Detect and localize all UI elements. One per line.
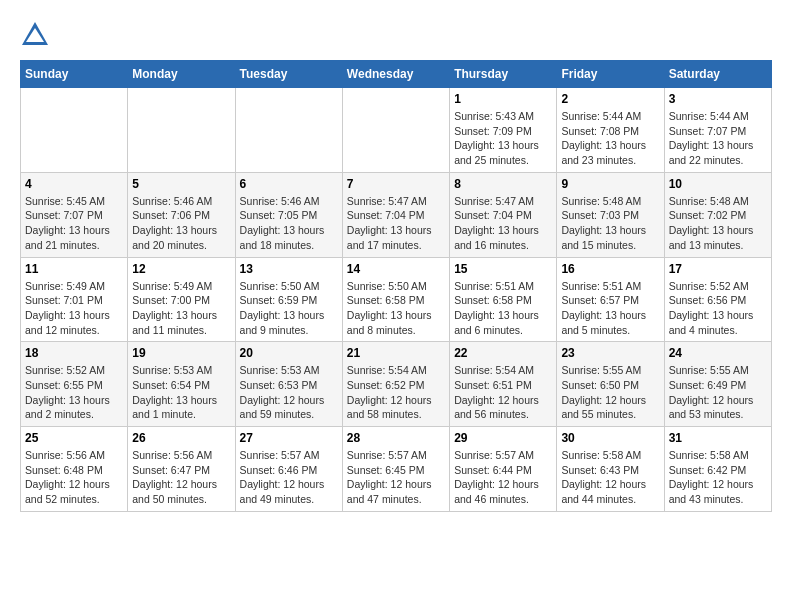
day-cell: 19Sunrise: 5:53 AMSunset: 6:54 PMDayligh… <box>128 342 235 427</box>
day-cell: 22Sunrise: 5:54 AMSunset: 6:51 PMDayligh… <box>450 342 557 427</box>
day-number: 29 <box>454 431 552 445</box>
day-number: 9 <box>561 177 659 191</box>
day-cell: 14Sunrise: 5:50 AMSunset: 6:58 PMDayligh… <box>342 257 449 342</box>
logo <box>20 20 52 50</box>
day-number: 23 <box>561 346 659 360</box>
day-number: 27 <box>240 431 338 445</box>
weekday-header-monday: Monday <box>128 61 235 88</box>
day-number: 6 <box>240 177 338 191</box>
weekday-header-sunday: Sunday <box>21 61 128 88</box>
day-cell: 12Sunrise: 5:49 AMSunset: 7:00 PMDayligh… <box>128 257 235 342</box>
day-cell: 28Sunrise: 5:57 AMSunset: 6:45 PMDayligh… <box>342 427 449 512</box>
day-info: Sunrise: 5:55 AMSunset: 6:49 PMDaylight:… <box>669 363 767 422</box>
day-number: 5 <box>132 177 230 191</box>
week-row-1: 1Sunrise: 5:43 AMSunset: 7:09 PMDaylight… <box>21 88 772 173</box>
day-cell: 8Sunrise: 5:47 AMSunset: 7:04 PMDaylight… <box>450 172 557 257</box>
day-info: Sunrise: 5:46 AMSunset: 7:05 PMDaylight:… <box>240 194 338 253</box>
day-info: Sunrise: 5:44 AMSunset: 7:08 PMDaylight:… <box>561 109 659 168</box>
day-cell: 11Sunrise: 5:49 AMSunset: 7:01 PMDayligh… <box>21 257 128 342</box>
day-info: Sunrise: 5:44 AMSunset: 7:07 PMDaylight:… <box>669 109 767 168</box>
day-number: 19 <box>132 346 230 360</box>
day-number: 22 <box>454 346 552 360</box>
day-number: 24 <box>669 346 767 360</box>
day-cell: 18Sunrise: 5:52 AMSunset: 6:55 PMDayligh… <box>21 342 128 427</box>
day-number: 10 <box>669 177 767 191</box>
day-info: Sunrise: 5:50 AMSunset: 6:59 PMDaylight:… <box>240 279 338 338</box>
day-cell: 15Sunrise: 5:51 AMSunset: 6:58 PMDayligh… <box>450 257 557 342</box>
week-row-4: 18Sunrise: 5:52 AMSunset: 6:55 PMDayligh… <box>21 342 772 427</box>
weekday-header-wednesday: Wednesday <box>342 61 449 88</box>
day-cell: 5Sunrise: 5:46 AMSunset: 7:06 PMDaylight… <box>128 172 235 257</box>
day-cell: 1Sunrise: 5:43 AMSunset: 7:09 PMDaylight… <box>450 88 557 173</box>
day-number: 25 <box>25 431 123 445</box>
weekday-header-friday: Friday <box>557 61 664 88</box>
day-number: 21 <box>347 346 445 360</box>
calendar-table: SundayMondayTuesdayWednesdayThursdayFrid… <box>20 60 772 512</box>
day-cell <box>342 88 449 173</box>
day-info: Sunrise: 5:57 AMSunset: 6:44 PMDaylight:… <box>454 448 552 507</box>
day-number: 11 <box>25 262 123 276</box>
day-info: Sunrise: 5:50 AMSunset: 6:58 PMDaylight:… <box>347 279 445 338</box>
day-cell: 21Sunrise: 5:54 AMSunset: 6:52 PMDayligh… <box>342 342 449 427</box>
day-cell: 7Sunrise: 5:47 AMSunset: 7:04 PMDaylight… <box>342 172 449 257</box>
day-cell: 26Sunrise: 5:56 AMSunset: 6:47 PMDayligh… <box>128 427 235 512</box>
day-info: Sunrise: 5:52 AMSunset: 6:56 PMDaylight:… <box>669 279 767 338</box>
day-number: 16 <box>561 262 659 276</box>
weekday-header-row: SundayMondayTuesdayWednesdayThursdayFrid… <box>21 61 772 88</box>
day-cell: 23Sunrise: 5:55 AMSunset: 6:50 PMDayligh… <box>557 342 664 427</box>
day-cell: 16Sunrise: 5:51 AMSunset: 6:57 PMDayligh… <box>557 257 664 342</box>
day-info: Sunrise: 5:54 AMSunset: 6:51 PMDaylight:… <box>454 363 552 422</box>
weekday-header-tuesday: Tuesday <box>235 61 342 88</box>
day-number: 15 <box>454 262 552 276</box>
day-cell <box>235 88 342 173</box>
day-number: 20 <box>240 346 338 360</box>
weekday-header-thursday: Thursday <box>450 61 557 88</box>
week-row-2: 4Sunrise: 5:45 AMSunset: 7:07 PMDaylight… <box>21 172 772 257</box>
day-cell: 10Sunrise: 5:48 AMSunset: 7:02 PMDayligh… <box>664 172 771 257</box>
day-cell: 2Sunrise: 5:44 AMSunset: 7:08 PMDaylight… <box>557 88 664 173</box>
day-info: Sunrise: 5:48 AMSunset: 7:03 PMDaylight:… <box>561 194 659 253</box>
weekday-header-saturday: Saturday <box>664 61 771 88</box>
day-cell: 30Sunrise: 5:58 AMSunset: 6:43 PMDayligh… <box>557 427 664 512</box>
day-info: Sunrise: 5:52 AMSunset: 6:55 PMDaylight:… <box>25 363 123 422</box>
day-cell: 27Sunrise: 5:57 AMSunset: 6:46 PMDayligh… <box>235 427 342 512</box>
day-info: Sunrise: 5:53 AMSunset: 6:53 PMDaylight:… <box>240 363 338 422</box>
day-cell: 20Sunrise: 5:53 AMSunset: 6:53 PMDayligh… <box>235 342 342 427</box>
day-info: Sunrise: 5:54 AMSunset: 6:52 PMDaylight:… <box>347 363 445 422</box>
day-number: 4 <box>25 177 123 191</box>
page-header <box>20 20 772 50</box>
day-info: Sunrise: 5:45 AMSunset: 7:07 PMDaylight:… <box>25 194 123 253</box>
day-info: Sunrise: 5:46 AMSunset: 7:06 PMDaylight:… <box>132 194 230 253</box>
day-number: 1 <box>454 92 552 106</box>
day-cell: 3Sunrise: 5:44 AMSunset: 7:07 PMDaylight… <box>664 88 771 173</box>
day-number: 7 <box>347 177 445 191</box>
day-info: Sunrise: 5:51 AMSunset: 6:58 PMDaylight:… <box>454 279 552 338</box>
day-number: 31 <box>669 431 767 445</box>
day-info: Sunrise: 5:58 AMSunset: 6:42 PMDaylight:… <box>669 448 767 507</box>
day-info: Sunrise: 5:51 AMSunset: 6:57 PMDaylight:… <box>561 279 659 338</box>
week-row-3: 11Sunrise: 5:49 AMSunset: 7:01 PMDayligh… <box>21 257 772 342</box>
day-info: Sunrise: 5:56 AMSunset: 6:48 PMDaylight:… <box>25 448 123 507</box>
day-number: 18 <box>25 346 123 360</box>
day-cell: 4Sunrise: 5:45 AMSunset: 7:07 PMDaylight… <box>21 172 128 257</box>
day-number: 3 <box>669 92 767 106</box>
day-number: 12 <box>132 262 230 276</box>
day-info: Sunrise: 5:49 AMSunset: 7:01 PMDaylight:… <box>25 279 123 338</box>
day-info: Sunrise: 5:47 AMSunset: 7:04 PMDaylight:… <box>454 194 552 253</box>
day-info: Sunrise: 5:55 AMSunset: 6:50 PMDaylight:… <box>561 363 659 422</box>
day-cell: 13Sunrise: 5:50 AMSunset: 6:59 PMDayligh… <box>235 257 342 342</box>
day-info: Sunrise: 5:53 AMSunset: 6:54 PMDaylight:… <box>132 363 230 422</box>
day-cell: 31Sunrise: 5:58 AMSunset: 6:42 PMDayligh… <box>664 427 771 512</box>
day-cell: 29Sunrise: 5:57 AMSunset: 6:44 PMDayligh… <box>450 427 557 512</box>
day-info: Sunrise: 5:49 AMSunset: 7:00 PMDaylight:… <box>132 279 230 338</box>
day-number: 13 <box>240 262 338 276</box>
day-cell <box>128 88 235 173</box>
day-info: Sunrise: 5:56 AMSunset: 6:47 PMDaylight:… <box>132 448 230 507</box>
day-cell: 9Sunrise: 5:48 AMSunset: 7:03 PMDaylight… <box>557 172 664 257</box>
day-cell: 17Sunrise: 5:52 AMSunset: 6:56 PMDayligh… <box>664 257 771 342</box>
day-info: Sunrise: 5:58 AMSunset: 6:43 PMDaylight:… <box>561 448 659 507</box>
day-info: Sunrise: 5:48 AMSunset: 7:02 PMDaylight:… <box>669 194 767 253</box>
day-number: 17 <box>669 262 767 276</box>
week-row-5: 25Sunrise: 5:56 AMSunset: 6:48 PMDayligh… <box>21 427 772 512</box>
day-number: 28 <box>347 431 445 445</box>
